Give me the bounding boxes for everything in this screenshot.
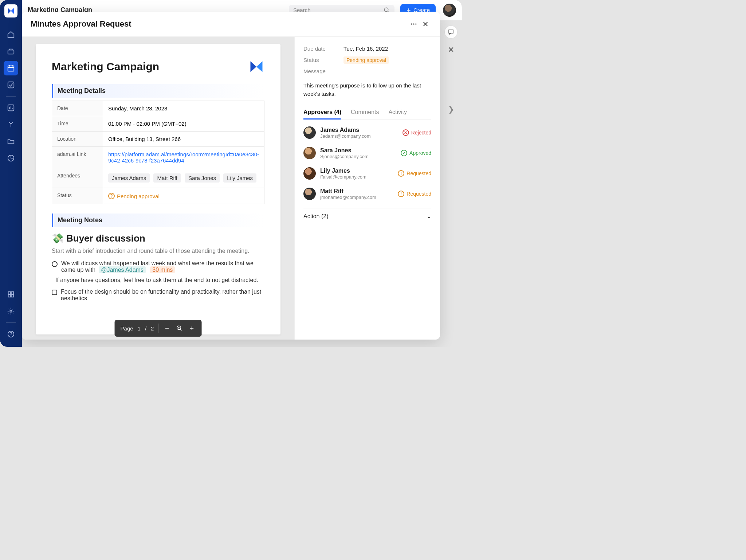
detail-label: Attendees — [52, 168, 103, 188]
approver-name: James Adams — [320, 127, 403, 133]
svg-point-9 — [10, 310, 12, 312]
detail-value: ?Pending approval — [103, 188, 264, 204]
nav-branch[interactable] — [4, 117, 18, 132]
nav-calendar[interactable] — [4, 61, 18, 75]
nav-folder[interactable] — [4, 134, 18, 149]
side-panel: Due dateTue, Feb 16, 2022 StatusPending … — [294, 37, 440, 340]
pager-label: Page — [121, 325, 133, 332]
svg-point-14 — [415, 23, 416, 24]
due-label: Due date — [303, 46, 343, 52]
svg-point-12 — [411, 23, 412, 24]
svg-rect-1 — [8, 66, 14, 71]
nav-briefcase[interactable] — [4, 44, 18, 59]
approver-row: Matt Riffjmohamed@company.com !Requested — [303, 188, 431, 200]
pager-sep: / — [145, 325, 146, 332]
nav-divider — [6, 322, 16, 323]
detail-label: adam.ai Link — [52, 147, 103, 168]
attendees-cell: James Adams Matt Riff Sara Jones Lily Ja… — [103, 168, 264, 188]
detail-label: Status — [52, 188, 103, 204]
approver-email: jmohamed@company.com — [320, 195, 398, 200]
pager-current: 1 — [138, 325, 141, 332]
action-accordion[interactable]: Action (2) ⌄ — [303, 208, 431, 220]
svg-rect-0 — [8, 50, 14, 54]
close-icon[interactable] — [420, 18, 431, 30]
nav-divider — [6, 96, 16, 97]
warning-icon: ? — [108, 193, 115, 199]
svg-point-11 — [384, 8, 388, 12]
avatar — [303, 167, 316, 180]
subnote-text: If anyone have questions, feel free to a… — [55, 277, 258, 283]
attendee-chip: Lily James — [223, 173, 256, 183]
check-circle-icon: ✓ — [401, 150, 407, 156]
nav-pie[interactable] — [4, 151, 18, 165]
avatar — [303, 126, 316, 139]
comment-bubble-icon[interactable] — [444, 26, 458, 39]
approver-name: Lily James — [320, 168, 398, 174]
note-item: Focus of the design should be on functio… — [52, 289, 264, 302]
sub-note: If anyone have questions, feel free to a… — [52, 277, 264, 283]
side-tabs: Approvers (4) Comments Activity — [303, 106, 431, 120]
modal-header: Minutes Approval Request — [22, 12, 440, 37]
approver-status: Rejected — [411, 130, 431, 136]
chevron-down-icon: ⌄ — [427, 213, 431, 220]
warning-circle-icon: ! — [398, 170, 404, 177]
nav-settings[interactable] — [4, 304, 18, 318]
document-page: Marketing Campaign Meeting Details Date … — [36, 44, 280, 334]
attendee-chip: Sara Jones — [185, 173, 220, 183]
x-circle-icon: ✕ — [403, 129, 409, 136]
tab-approvers[interactable]: Approvers (4) — [303, 106, 341, 120]
nav-apps[interactable] — [4, 287, 18, 302]
page-control: Page 1 / 2 — [115, 320, 202, 337]
attendee-chip: James Adams — [108, 173, 150, 183]
zoom-in-icon[interactable] — [188, 324, 196, 332]
approver-status: Requested — [407, 191, 431, 197]
approver-name: Matt Riff — [320, 188, 398, 195]
section-meeting-details: Meeting Details — [52, 84, 264, 98]
svg-rect-7 — [8, 295, 11, 297]
meeting-link[interactable]: https://platform.adam.ai/meetings/room?m… — [108, 151, 259, 164]
approver-row: Lily Jamesffaisal@company.com !Requested — [303, 167, 431, 180]
message-text: This meeting's purpose is to follow up o… — [303, 82, 431, 98]
approver-email: Sjones@company.com — [320, 154, 401, 159]
svg-rect-2 — [8, 82, 14, 88]
duration-chip: 30 mins — [150, 266, 175, 273]
section-meeting-notes: Meeting Notes — [52, 214, 264, 227]
approver-row: Sara JonesSjones@company.com ✓Approved — [303, 147, 431, 159]
nav-home[interactable] — [4, 27, 18, 42]
pager-total: 2 — [151, 325, 154, 332]
detail-label: Location — [52, 132, 103, 147]
close-panel-icon[interactable]: ✕ — [448, 45, 454, 55]
notes-intro: Start with a brief introduction and roun… — [52, 248, 264, 254]
approver-name: Sara Jones — [320, 147, 401, 154]
attendee-chip: Matt Riff — [153, 173, 181, 183]
notes-topic: 💸 Buyer discussion — [52, 233, 264, 244]
right-strip: ✕ ❯ — [444, 26, 458, 114]
detail-value: Office, Building 13, Street 266 — [103, 132, 264, 147]
avatar — [303, 188, 316, 200]
detail-label: Date — [52, 101, 103, 116]
tab-activity[interactable]: Activity — [388, 106, 407, 120]
svg-rect-8 — [11, 295, 13, 297]
svg-point-13 — [413, 23, 414, 24]
approver-status: Approved — [409, 150, 431, 156]
app-logo — [4, 4, 17, 17]
detail-value: 01:00 PM - 02:00 PM (GMT+02) — [103, 116, 264, 132]
message-label: Message — [303, 68, 343, 74]
chevron-right-icon[interactable]: ❯ — [448, 105, 454, 114]
detail-value: Sunday, March 23, 2023 — [103, 101, 264, 116]
note-text: Focus of the design should be on functio… — [61, 289, 264, 302]
detail-label: Time — [52, 116, 103, 132]
user-avatar[interactable] — [443, 4, 456, 17]
zoom-out-icon[interactable] — [163, 324, 171, 332]
action-label: Action (2) — [303, 213, 328, 220]
mention-chip[interactable]: @James Adams — [99, 266, 146, 273]
approver-email: ffaisal@company.com — [320, 174, 398, 180]
nav-chart[interactable] — [4, 101, 18, 115]
radio-marker-icon — [52, 261, 58, 267]
tab-comments[interactable]: Comments — [351, 106, 379, 120]
detail-value: https://platform.adam.ai/meetings/room?m… — [103, 147, 264, 168]
nav-check[interactable] — [4, 78, 18, 92]
more-icon[interactable] — [408, 18, 420, 30]
nav-help[interactable] — [4, 327, 18, 341]
zoom-fit-icon[interactable] — [175, 324, 183, 332]
